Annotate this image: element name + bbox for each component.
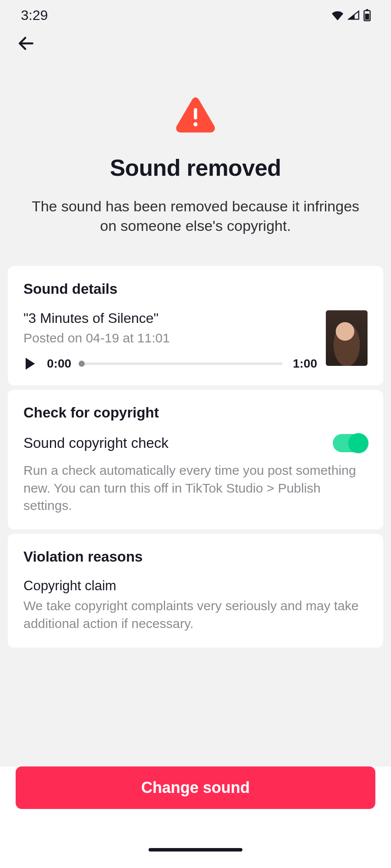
audio-player: 0:00 1:00 xyxy=(23,357,317,371)
copyright-check-heading: Check for copyright xyxy=(23,404,368,421)
cellular-icon xyxy=(348,10,360,20)
play-button[interactable] xyxy=(23,357,36,370)
status-time: 3:29 xyxy=(21,7,48,23)
sound-details-heading: Sound details xyxy=(23,281,368,297)
battery-icon xyxy=(363,9,371,21)
status-icons xyxy=(331,9,371,21)
copyright-check-card: Check for copyright Sound copyright chec… xyxy=(8,390,383,529)
hero-section: Sound removed The sound has been removed… xyxy=(0,56,391,262)
play-icon xyxy=(24,357,36,370)
sound-thumbnail[interactable] xyxy=(326,310,368,366)
sound-title: "3 Minutes of Silence" xyxy=(23,310,317,326)
violation-claim-title: Copyright claim xyxy=(23,578,368,594)
page-subtitle: The sound has been removed because it in… xyxy=(22,197,369,236)
arrow-left-icon xyxy=(17,34,36,53)
toggle-knob xyxy=(348,433,368,453)
copyright-check-description: Run a check automatically every time you… xyxy=(23,462,368,515)
player-current-time: 0:00 xyxy=(47,357,71,371)
copyright-toggle[interactable] xyxy=(333,434,368,452)
bottom-bar: Change sound xyxy=(0,693,391,868)
violation-reasons-heading: Violation reasons xyxy=(23,549,368,565)
back-button[interactable] xyxy=(16,33,36,54)
wifi-icon xyxy=(331,10,344,20)
svg-rect-3 xyxy=(194,108,197,119)
svg-rect-1 xyxy=(366,9,368,11)
sound-posted: Posted on 04-19 at 11:01 xyxy=(23,331,317,345)
player-progress-knob[interactable] xyxy=(79,361,85,367)
change-sound-button[interactable]: Change sound xyxy=(16,766,375,809)
player-duration: 1:00 xyxy=(293,357,317,371)
svg-point-4 xyxy=(193,122,197,126)
status-bar: 3:29 xyxy=(0,0,391,30)
home-indicator[interactable] xyxy=(149,848,242,852)
nav-bar xyxy=(0,30,391,56)
page-title: Sound removed xyxy=(22,155,369,181)
violation-claim-body: We take copyright complaints very seriou… xyxy=(23,597,368,633)
alert-triangle-icon xyxy=(175,95,216,133)
violation-reasons-card: Violation reasons Copyright claim We tak… xyxy=(8,534,383,648)
svg-rect-2 xyxy=(365,14,369,20)
copyright-toggle-label: Sound copyright check xyxy=(23,435,169,451)
sound-details-card: Sound details "3 Minutes of Silence" Pos… xyxy=(8,266,383,385)
player-progress-track[interactable] xyxy=(82,362,282,365)
